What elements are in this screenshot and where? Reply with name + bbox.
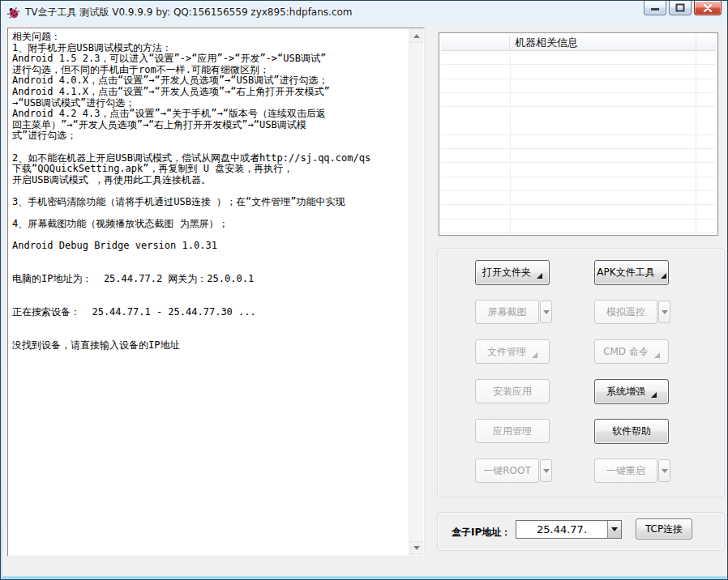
machine-info-header-col3 <box>696 35 716 50</box>
scroll-up-button[interactable] <box>410 29 423 43</box>
app-window: TV盒子工具 测试版 V0.9.9.9 by: QQ:156156559 zyx… <box>0 0 728 580</box>
menu-corner-icon <box>651 392 657 398</box>
one-key-reboot-button: 一键重启 <box>594 458 657 483</box>
menu-corner-icon <box>661 273 666 279</box>
column-divider <box>696 51 696 233</box>
combo-dropdown-button[interactable] <box>607 521 621 538</box>
scroll-down-button[interactable] <box>410 541 423 555</box>
reboot-dropdown-button <box>658 459 670 482</box>
remote-dropdown-button <box>658 301 670 323</box>
close-button[interactable] <box>694 1 722 15</box>
minimize-icon <box>650 4 660 12</box>
box-ip-label: 盒子IP地址： <box>452 526 511 539</box>
dropdown-arrow-icon <box>662 310 668 314</box>
column-divider <box>510 51 511 233</box>
client-area: 相关问题： 1、附手机开启USB调试模式的方法： Android 1.5 2.3… <box>2 23 727 576</box>
open-folder-button[interactable]: 打开文件夹 <box>475 260 550 285</box>
close-icon <box>703 4 713 12</box>
screenshot-button: 屏幕截图 <box>475 300 539 324</box>
help-log-box: 相关问题： 1、附手机开启USB调试模式的方法： Android 1.5 2.3… <box>7 28 425 557</box>
up-arrow-icon <box>413 34 420 38</box>
menu-corner-icon <box>537 273 542 279</box>
ip-combobox <box>516 520 622 539</box>
simulate-remote-button: 模拟遥控 <box>594 300 657 324</box>
app-manager-button: 应用管理 <box>475 419 550 443</box>
down-arrow-icon <box>413 546 420 550</box>
machine-info-header-col1 <box>441 35 510 50</box>
software-help-button[interactable]: 软件帮助 <box>594 419 669 444</box>
titlebar[interactable]: TV盒子工具 测试版 V0.9.9.9 by: QQ:156156559 zyx… <box>1 1 727 23</box>
install-app-button: 安装应用 <box>475 379 550 403</box>
dropdown-arrow-icon <box>543 469 550 473</box>
machine-info-listview: 机器相关信息 <box>439 32 718 236</box>
screenshot-dropdown-button <box>540 301 552 323</box>
machine-info-header-label: 机器相关信息 <box>510 35 696 50</box>
machine-info-body <box>441 51 716 233</box>
window-controls <box>644 1 722 15</box>
system-enhance-button[interactable]: 系统增强 <box>594 379 669 404</box>
root-dropdown-button <box>540 459 552 482</box>
apk-tool-button[interactable]: APK文件工具 <box>594 260 669 285</box>
maximize-button[interactable] <box>669 1 692 15</box>
ip-input[interactable] <box>516 521 607 538</box>
dropdown-arrow-icon <box>543 310 550 314</box>
dropdown-arrow-icon <box>662 469 668 473</box>
combo-arrow-icon <box>611 527 618 531</box>
file-manager-button: 文件管理 <box>475 339 550 364</box>
log-scrollbar[interactable] <box>409 29 423 555</box>
window-title: TV盒子工具 测试版 V0.9.9.9 by: QQ:156156559 zyx… <box>25 6 353 19</box>
minimize-button[interactable] <box>644 1 666 15</box>
maximize-icon <box>675 3 685 12</box>
help-log-text[interactable]: 相关问题： 1、附手机开启USB调试模式的方法： Android 1.5 2.3… <box>9 29 409 555</box>
tcp-connect-button[interactable]: TCP连接 <box>636 518 692 539</box>
one-key-root-button: 一键ROOT <box>475 458 539 483</box>
ladybug-app-icon <box>6 6 20 19</box>
menu-corner-icon <box>532 352 537 358</box>
machine-info-header: 机器相关信息 <box>441 35 716 51</box>
cmd-button: CMD 命令 <box>594 339 669 364</box>
menu-corner-icon <box>654 352 660 358</box>
